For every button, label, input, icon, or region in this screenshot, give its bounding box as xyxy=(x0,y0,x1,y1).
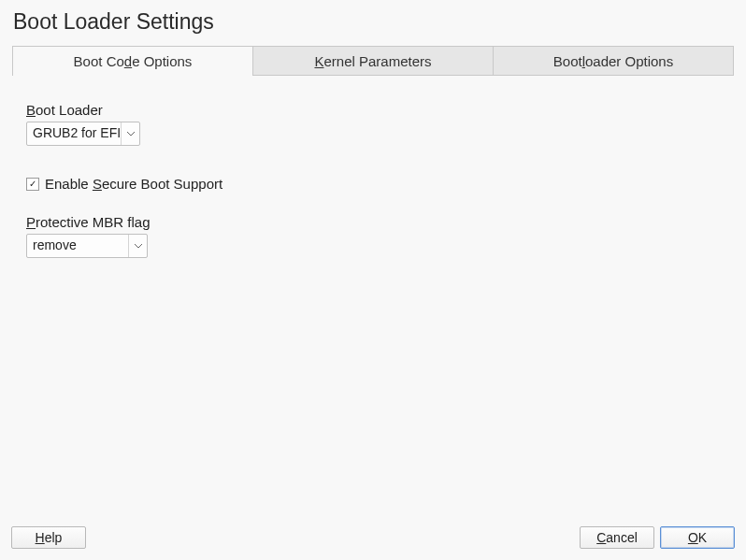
tab-kernel-parameters[interactable]: Kernel Parameters xyxy=(252,46,494,75)
cancel-button[interactable]: Cancel xyxy=(580,526,654,549)
tabs: Boot Code Options Kernel Parameters Boot… xyxy=(12,46,734,76)
button-label: OK xyxy=(688,530,707,545)
secure-boot-label: Enable Secure Boot Support xyxy=(45,176,222,192)
page-title: Boot Loader Settings xyxy=(0,0,746,40)
tab-label: Kernel Parameters xyxy=(314,53,431,69)
tab-boot-code-options[interactable]: Boot Code Options xyxy=(12,46,253,75)
button-label: Help xyxy=(36,530,63,545)
tab-bootloader-options[interactable]: Bootloader Options xyxy=(493,46,734,75)
mbr-select[interactable]: remove xyxy=(26,234,148,258)
chevron-down-icon xyxy=(128,235,147,257)
tab-content: Boot Loader GRUB2 for EFI ✓ Enable Secur… xyxy=(0,76,746,258)
footer: Help Cancel OK xyxy=(0,517,746,560)
tab-label: Boot Code Options xyxy=(74,53,193,69)
boot-loader-label: Boot Loader xyxy=(26,102,720,118)
boot-loader-select[interactable]: GRUB2 for EFI xyxy=(26,122,140,146)
ok-button[interactable]: OK xyxy=(660,526,735,549)
chevron-down-icon xyxy=(121,122,139,145)
mbr-label: Protective MBR flag xyxy=(26,214,720,230)
secure-boot-row: ✓ Enable Secure Boot Support xyxy=(26,176,720,192)
button-label: Cancel xyxy=(596,530,638,545)
tab-label: Bootloader Options xyxy=(553,53,673,69)
secure-boot-checkbox[interactable]: ✓ xyxy=(26,178,39,191)
help-button[interactable]: Help xyxy=(11,526,86,549)
